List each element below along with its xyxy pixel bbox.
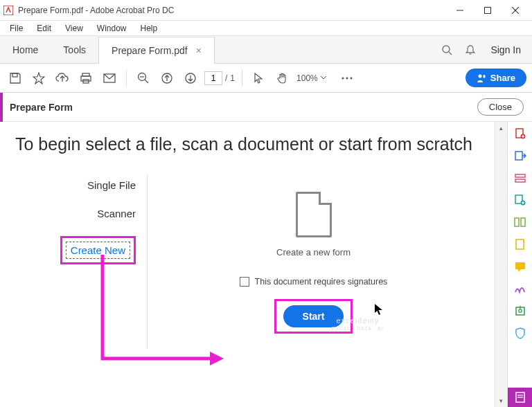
vertical-scrollbar[interactable]: ▴ ▾ <box>495 122 507 407</box>
fill-sign-icon[interactable] <box>513 237 528 252</box>
share-person-icon <box>477 73 486 83</box>
search-icon[interactable] <box>439 42 454 57</box>
mail-icon[interactable] <box>100 69 119 88</box>
cloud-upload-icon[interactable] <box>53 69 72 88</box>
toolbar: / 1 100% Share <box>0 64 532 93</box>
signature-row: This document requires signatures <box>240 277 388 287</box>
scroll-up-icon[interactable]: ▴ <box>495 122 507 134</box>
option-create-new-highlight: Create New <box>60 236 136 264</box>
hand-icon[interactable] <box>273 69 292 88</box>
context-close-button[interactable]: Close <box>477 98 524 116</box>
tab-spacer <box>215 36 432 63</box>
signature-label: This document requires signatures <box>255 277 388 287</box>
page-indicator: / 1 <box>204 71 235 85</box>
page-down-icon[interactable] <box>181 69 200 88</box>
export-pdf-icon[interactable] <box>513 148 528 163</box>
tab-document-label: Prepare Form.pdf <box>112 45 188 56</box>
window-title: Prepare Form.pdf - Adobe Acrobat Pro DC <box>18 6 446 15</box>
context-title: Prepare Form <box>10 102 73 113</box>
content-row: Single File Scanner Create New Create a … <box>15 171 479 379</box>
headline: To begin select a file, scan a document … <box>15 134 479 154</box>
page-slash: / <box>225 73 227 83</box>
option-single-file[interactable]: Single File <box>87 179 136 191</box>
tab-document[interactable]: Prepare Form.pdf × <box>98 37 215 64</box>
watermark-line1: exceldemy <box>332 316 384 325</box>
watermark: exceldemy EXCEL · DATA · BI <box>332 316 384 332</box>
signature-checkbox[interactable] <box>240 277 249 287</box>
svg-rect-37 <box>521 218 525 226</box>
shield-icon[interactable] <box>513 325 528 341</box>
new-file-icon <box>296 192 332 237</box>
prepare-form-icon[interactable] <box>508 388 533 407</box>
svg-rect-2 <box>485 7 491 13</box>
page-total: 1 <box>230 73 235 83</box>
context-bar: Prepare Form Close <box>0 93 532 122</box>
svg-point-18 <box>342 77 344 79</box>
print-icon[interactable] <box>76 69 96 88</box>
menu-file[interactable]: File <box>4 22 28 35</box>
right-rail <box>507 122 532 407</box>
svg-rect-30 <box>515 174 525 177</box>
svg-line-6 <box>449 52 452 55</box>
menu-edit[interactable]: Edit <box>31 22 57 35</box>
svg-point-20 <box>350 77 352 79</box>
protect-icon[interactable] <box>513 303 528 318</box>
tab-close-icon[interactable]: × <box>196 45 202 56</box>
combine-icon[interactable] <box>513 192 528 208</box>
sign-in-button[interactable]: Sign In <box>486 44 525 55</box>
scroll-down-icon[interactable]: ▾ <box>495 395 507 407</box>
more-icon[interactable] <box>337 69 357 88</box>
zoom-out-icon[interactable] <box>134 69 153 88</box>
comment-icon[interactable] <box>513 259 528 274</box>
svg-point-5 <box>443 46 450 53</box>
page-up-icon[interactable] <box>157 69 177 88</box>
workspace: To begin select a file, scan a document … <box>0 122 532 407</box>
option-scanner[interactable]: Scanner <box>97 208 136 219</box>
menu-view[interactable]: View <box>60 22 89 35</box>
svg-rect-36 <box>515 218 519 226</box>
option-column: Single File Scanner Create New <box>15 171 147 379</box>
pointer-icon[interactable] <box>249 69 269 88</box>
maximize-button[interactable] <box>474 1 502 20</box>
svg-rect-39 <box>515 262 525 269</box>
center-caption: Create a new form <box>276 247 351 257</box>
window-titlebar: Prepare Form.pdf - Adobe Acrobat Pro DC <box>0 0 532 21</box>
page-current-input[interactable] <box>204 71 222 85</box>
edit-pdf-icon[interactable] <box>513 170 528 186</box>
minimize-button[interactable] <box>446 1 474 20</box>
svg-rect-38 <box>516 239 524 249</box>
svg-point-21 <box>478 74 481 78</box>
tab-tools[interactable]: Tools <box>51 36 98 63</box>
menu-window[interactable]: Window <box>91 22 132 35</box>
sign-icon[interactable] <box>513 281 528 296</box>
tab-home-label: Home <box>12 44 38 55</box>
svg-point-41 <box>518 309 521 312</box>
svg-rect-10 <box>81 76 91 81</box>
option-create-new[interactable]: Create New <box>66 242 130 259</box>
share-button[interactable]: Share <box>466 69 526 87</box>
share-label: Share <box>490 73 515 83</box>
svg-rect-8 <box>12 73 17 77</box>
star-icon[interactable] <box>29 69 48 88</box>
save-icon[interactable] <box>6 69 25 88</box>
scroll-track[interactable] <box>495 134 507 395</box>
toolbar-separator <box>242 70 242 87</box>
organize-icon[interactable] <box>513 215 528 230</box>
zoom-level[interactable]: 100% <box>296 73 326 83</box>
menu-help[interactable]: Help <box>135 22 163 35</box>
tab-tools-label: Tools <box>63 44 86 55</box>
toolbar-separator <box>126 70 127 87</box>
bell-icon[interactable] <box>463 42 478 57</box>
tabbar-right: Sign In <box>432 36 532 63</box>
acrobat-icon <box>3 5 14 16</box>
tabbar: Home Tools Prepare Form.pdf × Sign In <box>0 36 532 64</box>
svg-line-15 <box>145 80 148 83</box>
tab-home[interactable]: Home <box>0 36 51 63</box>
create-pdf-icon[interactable] <box>513 126 528 141</box>
canvas: To begin select a file, scan a document … <box>0 122 495 407</box>
watermark-line2: EXCEL · DATA · BI <box>332 325 384 332</box>
svg-rect-31 <box>515 179 525 182</box>
cursor-icon <box>374 303 384 316</box>
close-window-button[interactable] <box>502 1 529 20</box>
context-accent-strip <box>0 93 3 122</box>
